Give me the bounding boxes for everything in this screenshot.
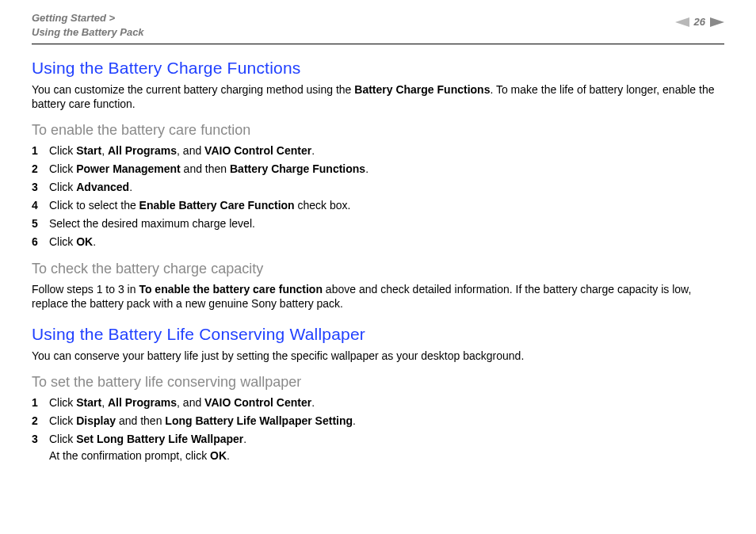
step-subline: At the confirmation prompt, click OK. <box>49 448 724 463</box>
step-item: 4Click to select the Enable Battery Care… <box>32 198 724 213</box>
step-number: 3 <box>32 180 49 195</box>
step-item: 2Click Power Management and then Battery… <box>32 162 724 177</box>
step-item: 1Click Start, All Programs, and VAIO Con… <box>32 395 724 410</box>
step-text: Click Advanced. <box>49 180 724 195</box>
step-item: 3Click Advanced. <box>32 180 724 195</box>
step-number: 2 <box>32 414 49 429</box>
step-text: Click Set Long Battery Life Wallpaper.At… <box>49 432 724 463</box>
heading-wallpaper: Using the Battery Life Conserving Wallpa… <box>32 325 724 344</box>
heading-enable-battery-care: To enable the battery care function <box>32 122 724 139</box>
breadcrumb: Getting Started > Using the Battery Pack <box>32 11 144 39</box>
step-text: Click to select the Enable Battery Care … <box>49 198 724 213</box>
step-text: Click Power Management and then Battery … <box>49 162 724 177</box>
para-charge-intro: You can customize the current battery ch… <box>32 82 724 111</box>
step-number: 1 <box>32 395 49 410</box>
step-text: Select the desired maximum charge level. <box>49 216 724 231</box>
step-number: 4 <box>32 198 49 213</box>
step-text: Click OK. <box>49 235 724 250</box>
step-text: Click Start, All Programs, and VAIO Cont… <box>49 395 724 410</box>
step-item: 5Select the desired maximum charge level… <box>32 216 724 231</box>
step-text: Click Display and then Long Battery Life… <box>49 414 724 429</box>
step-item: 2Click Display and then Long Battery Lif… <box>32 414 724 429</box>
svg-marker-0 <box>675 17 689 27</box>
para-check-capacity: Follow steps 1 to 3 in To enable the bat… <box>32 282 724 311</box>
page-navigator: 26 <box>675 16 724 28</box>
prev-page-arrow-icon[interactable] <box>675 17 689 27</box>
next-page-arrow-icon[interactable] <box>710 17 724 27</box>
para-wallpaper-intro: You can conserve your battery life just … <box>32 349 724 363</box>
heading-check-capacity: To check the battery charge capacity <box>32 261 724 277</box>
step-text: Click Start, All Programs, and VAIO Cont… <box>49 143 724 158</box>
step-number: 2 <box>32 162 49 177</box>
step-item: 1Click Start, All Programs, and VAIO Con… <box>32 143 724 158</box>
steps-enable: 1Click Start, All Programs, and VAIO Con… <box>32 143 724 249</box>
step-number: 6 <box>32 235 49 250</box>
step-item: 6Click OK. <box>32 235 724 250</box>
steps-wallpaper: 1Click Start, All Programs, and VAIO Con… <box>32 395 724 463</box>
breadcrumb-line2: Using the Battery Pack <box>32 26 144 38</box>
breadcrumb-line1: Getting Started > <box>32 12 115 24</box>
header-rule <box>32 44 724 44</box>
step-item: 3Click Set Long Battery Life Wallpaper.A… <box>32 432 724 463</box>
heading-set-wallpaper: To set the battery life conserving wallp… <box>32 374 724 391</box>
svg-marker-1 <box>710 17 724 27</box>
heading-charge-functions: Using the Battery Charge Functions <box>32 59 724 78</box>
step-number: 1 <box>32 143 49 158</box>
step-number: 5 <box>32 216 49 231</box>
step-number: 3 <box>32 432 49 447</box>
page-number: 26 <box>694 16 705 28</box>
